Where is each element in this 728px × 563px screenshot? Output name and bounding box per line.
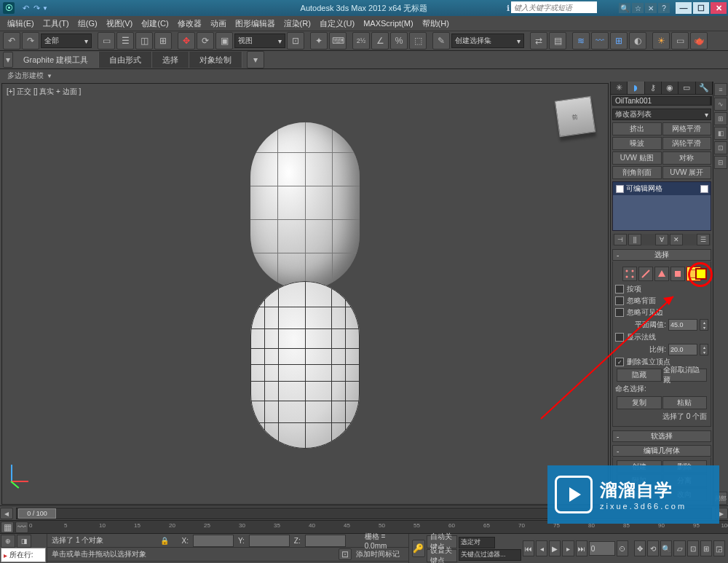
object-name-field[interactable] [612,96,711,106]
ribbon-tab-object-paint[interactable]: 对象绘制 [189,52,242,68]
move-icon[interactable]: ✥ [178,32,195,50]
btn-paste-sel[interactable]: 粘贴 [662,396,708,409]
selection-filter-combo[interactable]: 全部▾ [41,34,92,48]
btn-uvwmap[interactable]: UVW 贴图 [612,151,662,165]
strip-icon-6[interactable]: ⊟ [714,156,727,169]
time-slider-thumb[interactable]: 0 / 100 [18,508,56,519]
pin-stack-icon[interactable]: ⊣ [614,234,627,245]
named-sel-edit-icon[interactable]: ✎ [432,32,450,50]
trackbar-toggle-icon[interactable]: ▦ [1,521,14,533]
select-region-icon[interactable]: ◫ [135,32,153,50]
viewcube[interactable]: 前 [555,96,596,137]
nav-zoom-all-icon[interactable]: ⊡ [687,540,699,556]
maxscript-mini-icon[interactable]: ⊕ [1,535,15,548]
lock-selection-icon[interactable]: 🔒 [160,537,169,545]
subobj-edge-icon[interactable] [638,267,653,281]
planar-threshold-spinner[interactable]: ▴▾ [700,319,708,331]
use-center-icon[interactable]: ⊡ [287,32,304,50]
menu-help[interactable]: 帮助(H) [418,18,454,29]
nav-maximize-icon[interactable]: ◲ [713,540,725,556]
modifier-list-combo[interactable]: 修改器列表▾ [612,109,711,120]
goto-end-icon[interactable]: ⏭ [576,540,587,556]
object-oiltank-top[interactable] [250,122,360,290]
timeslider-prev-icon[interactable]: ◂ [0,508,13,519]
coord-x-field[interactable] [193,535,234,547]
material-editor-icon[interactable]: ◐ [629,32,646,50]
rotate-icon[interactable]: ⟳ [197,32,214,50]
nav-fov-icon[interactable]: ▱ [673,540,685,556]
subobj-vertex-icon[interactable] [622,267,637,281]
quick-undo-icon[interactable]: ↶ [23,4,29,13]
ribbon-tab-freeform[interactable]: 自由形式 [99,52,152,68]
viewport[interactable]: [+] 正交 [] 真实 + 边面 ] 前 [1,83,609,505]
next-frame-icon[interactable]: ▸ [562,540,574,556]
mirror-icon[interactable]: ⇄ [530,32,547,50]
btn-symmetry[interactable]: 对称 [662,151,712,165]
exchange-icon[interactable]: ✕ [645,3,657,13]
menu-modifiers[interactable]: 修改器 [173,18,206,29]
coord-y-field[interactable] [249,535,290,547]
render-icon[interactable]: 🫖 [690,32,708,50]
planar-threshold-field[interactable]: 45.0 [668,319,697,331]
spinner-snap-icon[interactable]: ⬚ [409,32,427,50]
nav-zoom-ext-icon[interactable]: ⊞ [700,540,712,556]
modifier-stack[interactable]: 可编辑网格 [612,181,711,231]
help-icon[interactable]: ? [658,3,670,13]
viewport-label[interactable]: [+] 正交 [] 真实 + 边面 ] [7,87,81,97]
chk-delete-isolated[interactable]: ✓ [615,358,624,366]
search-icon[interactable]: 🔍 [619,3,630,13]
tab-modify-icon[interactable]: ◗ [628,82,644,94]
nav-pan-icon[interactable]: ✥ [634,540,646,556]
help-search-input[interactable] [511,1,597,13]
coord-z-field[interactable] [305,535,346,547]
rendered-frame-icon[interactable]: ▭ [671,32,689,50]
select-object-icon[interactable]: ▭ [98,32,115,50]
show-end-result-icon[interactable]: || [628,234,641,245]
remove-modifier-icon[interactable]: ✕ [670,234,683,245]
object-color-swatch[interactable] [711,96,712,106]
info-icon[interactable]: ℹ [507,4,510,13]
scene-objects[interactable] [250,122,360,449]
ref-coord-combo[interactable]: 视图▾ [234,34,285,48]
strip-icon-2[interactable]: ∿ [714,98,727,111]
rollout-edit-geometry-header[interactable]: 编辑几何体 [612,445,711,457]
chk-by-vertex[interactable] [615,285,624,294]
normal-scale-spinner[interactable]: ▴▾ [700,344,708,355]
tab-motion-icon[interactable]: ◉ [662,82,678,94]
window-crossing-icon[interactable]: ⊞ [154,32,172,50]
menu-edit[interactable]: 编辑(E) [3,18,39,29]
menu-tools[interactable]: 工具(T) [39,18,74,29]
scale-icon[interactable]: ▣ [215,32,233,50]
menu-rendering[interactable]: 渲染(R) [280,18,315,29]
chk-show-normals[interactable] [615,333,624,342]
menu-create[interactable]: 创建(C) [137,18,173,29]
quick-dropdown-icon[interactable]: ▼ [42,5,48,12]
play-icon[interactable]: ▶ [549,540,561,556]
btn-meshsmooth[interactable]: 网格平滑 [662,122,712,135]
object-oiltank-bottom[interactable] [250,281,360,449]
maxscript-listener-input[interactable]: ▸ 所在行: [1,548,46,562]
ribbon-tab-selection[interactable]: 选择 [152,52,189,68]
percent-snap-icon[interactable]: % [390,32,408,50]
strip-icon-4[interactable]: ◧ [714,127,727,140]
add-time-tag[interactable]: 添加时间标记 [352,549,404,559]
quick-redo-icon[interactable]: ↷ [33,4,40,13]
strip-icon-5[interactable]: ⊡ [714,141,727,154]
redo-icon[interactable]: ↷ [22,32,39,50]
tab-create-icon[interactable]: ✳ [611,82,628,94]
ribbon-tab-graphite[interactable]: Graphite 建模工具 [13,52,99,68]
ribbon-expand-icon[interactable]: ▾ [247,51,264,68]
maximize-button[interactable]: ☐ [693,2,709,14]
configure-sets-icon[interactable]: ☰ [697,234,710,245]
btn-hide[interactable]: 隐藏 [617,369,662,382]
keyboard-shortcut-icon[interactable]: ⌨ [329,32,347,50]
subobj-element-icon[interactable] [687,267,701,281]
menu-group[interactable]: 组(G) [74,18,102,29]
tab-display-icon[interactable]: ▭ [678,82,695,94]
btn-uvwunwrap[interactable]: UVW 展开 [662,166,712,179]
btn-bevelprofile[interactable]: 剖角剖面 [612,166,662,179]
nav-arc-icon[interactable]: ⟲ [647,540,659,556]
set-key-button[interactable]: 设置关键点 [427,549,457,562]
schematic-view-icon[interactable]: ⊞ [610,32,628,50]
undo-icon[interactable]: ↶ [3,32,20,50]
